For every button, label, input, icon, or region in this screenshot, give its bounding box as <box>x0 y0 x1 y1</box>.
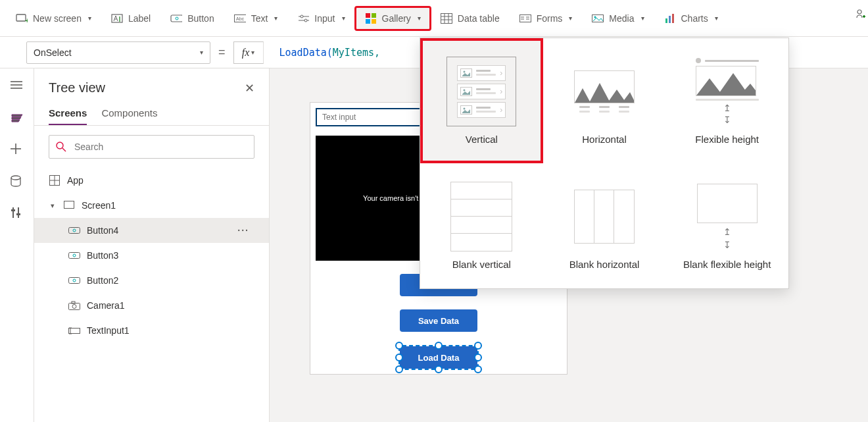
data-icon[interactable] <box>11 175 24 188</box>
tools-icon[interactable] <box>11 207 24 220</box>
tree-view-panel: Tree view ✕ Screens Components App ▾ Scr… <box>34 68 270 422</box>
gallery-option-blank-vertical[interactable]: Blank vertical <box>420 163 543 288</box>
svg-point-39 <box>11 176 20 180</box>
button-icon <box>68 275 80 286</box>
svg-rect-14 <box>366 19 370 24</box>
search-input[interactable] <box>73 141 247 153</box>
media-button[interactable]: Media ▾ <box>583 7 653 30</box>
chevron-down-icon: ▾ <box>569 14 572 22</box>
input-button[interactable]: Input ▾ <box>288 7 354 30</box>
more-icon[interactable]: ··· <box>237 225 249 236</box>
tree-item-label: Screen1 <box>82 200 116 211</box>
arrow-down-icon: ↧ <box>696 115 759 124</box>
tree-search[interactable] <box>49 135 254 159</box>
svg-point-64 <box>464 89 466 91</box>
input-icon <box>297 13 309 24</box>
resize-handle[interactable] <box>395 354 403 361</box>
resize-handle[interactable] <box>395 342 403 350</box>
svg-rect-26 <box>592 14 604 22</box>
chevron-down-icon: ▾ <box>715 14 718 22</box>
tree-item-button3[interactable]: Button3 <box>34 243 269 268</box>
fx-button[interactable]: fx▾ <box>233 41 264 64</box>
text-button[interactable]: Abc Text ▾ <box>225 7 287 30</box>
new-screen-label: New screen <box>33 13 82 24</box>
svg-rect-16 <box>441 13 452 23</box>
svg-rect-41 <box>18 207 19 218</box>
svg-point-9 <box>301 15 303 18</box>
svg-point-55 <box>73 279 76 282</box>
label-button[interactable]: Label <box>102 7 160 30</box>
arrow-down-icon: ↧ <box>723 240 731 250</box>
button-label: Save Data <box>418 316 459 326</box>
tab-screens[interactable]: Screens <box>49 102 87 125</box>
svg-rect-42 <box>11 209 15 211</box>
resize-handle[interactable] <box>435 342 443 350</box>
svg-rect-4 <box>171 15 182 22</box>
canvas-save-data-button[interactable]: Save Data <box>400 309 477 332</box>
svg-rect-54 <box>69 278 80 284</box>
svg-rect-40 <box>12 207 14 218</box>
resize-handle[interactable] <box>474 365 482 373</box>
new-screen-button[interactable]: + New screen ▾ <box>7 7 101 30</box>
tree-item-camera1[interactable]: Camera1 <box>34 293 269 318</box>
label-icon <box>111 13 123 24</box>
gallery-option-horizontal[interactable]: Horizontal <box>543 38 666 163</box>
left-rail <box>0 68 34 422</box>
forms-button[interactable]: Forms ▾ <box>510 7 582 30</box>
label-label: Label <box>128 13 151 24</box>
gallery-icon <box>365 13 377 24</box>
canvas-load-data-button-selected[interactable]: Load Data <box>400 346 477 369</box>
charts-label: Charts <box>681 13 708 24</box>
camera-icon <box>68 300 80 311</box>
charts-icon <box>664 13 676 24</box>
text-label: Text <box>251 13 268 24</box>
tree-item-label: Button2 <box>87 275 118 286</box>
gallery-option-label: Blank vertical <box>452 259 511 270</box>
svg-rect-13 <box>372 13 376 18</box>
gallery-blank-horizontal-thumb <box>570 182 639 251</box>
svg-text:+: + <box>25 16 28 24</box>
gallery-vertical-thumb: › › › <box>447 57 516 126</box>
gallery-option-blank-horizontal[interactable]: Blank horizontal <box>543 163 666 288</box>
gallery-option-vertical[interactable]: › › › Vertical <box>420 38 543 163</box>
resize-handle[interactable] <box>435 365 443 373</box>
tree-item-textinput1[interactable]: TextInput1 <box>34 318 269 343</box>
resize-handle[interactable] <box>474 342 482 350</box>
resize-handle[interactable] <box>395 365 403 373</box>
resize-handle[interactable] <box>474 354 482 361</box>
close-icon[interactable]: ✕ <box>245 81 254 95</box>
chevron-down-icon: ▾ <box>88 14 91 22</box>
tree-item-app[interactable]: App <box>34 168 269 193</box>
input-label: Input <box>314 13 335 24</box>
svg-rect-43 <box>16 213 20 215</box>
button-button[interactable]: Button <box>161 7 223 30</box>
gallery-button[interactable]: Gallery ▾ <box>356 7 430 30</box>
add-icon[interactable] <box>856 9 865 18</box>
formula-token-arg: MyItems, <box>333 47 380 59</box>
tree-item-button4[interactable]: Button4 ··· <box>34 218 269 243</box>
svg-point-5 <box>176 17 178 20</box>
svg-point-31 <box>857 10 861 14</box>
svg-rect-30 <box>672 14 674 23</box>
tab-components[interactable]: Components <box>101 102 157 125</box>
gallery-option-label: Blank horizontal <box>569 259 640 270</box>
property-selector[interactable]: OnSelect ▾ <box>26 41 210 64</box>
svg-rect-29 <box>669 16 671 23</box>
button-icon <box>170 13 182 24</box>
tree-item-label: Button3 <box>87 250 118 261</box>
svg-line-45 <box>62 148 66 151</box>
chevron-down-icon: ▾ <box>418 14 421 22</box>
insert-icon[interactable] <box>11 144 24 157</box>
gallery-option-flexible-height[interactable]: ↥ ↧ Flexible height <box>665 38 788 163</box>
svg-point-27 <box>594 16 596 18</box>
charts-button[interactable]: Charts ▾ <box>655 7 727 30</box>
gallery-option-label: Flexible height <box>695 134 759 145</box>
chevron-down-icon[interactable]: ▾ <box>49 201 57 210</box>
tree-item-screen1[interactable]: ▾ Screen1 <box>34 193 269 218</box>
tree-view-icon[interactable] <box>11 112 24 125</box>
gallery-option-blank-flexible[interactable]: ↥ ↧ Blank flexible height <box>665 163 788 288</box>
data-table-button[interactable]: Data table <box>431 7 509 30</box>
search-icon <box>56 142 66 152</box>
hamburger-icon[interactable] <box>11 80 24 93</box>
tree-item-button2[interactable]: Button2 <box>34 268 269 293</box>
